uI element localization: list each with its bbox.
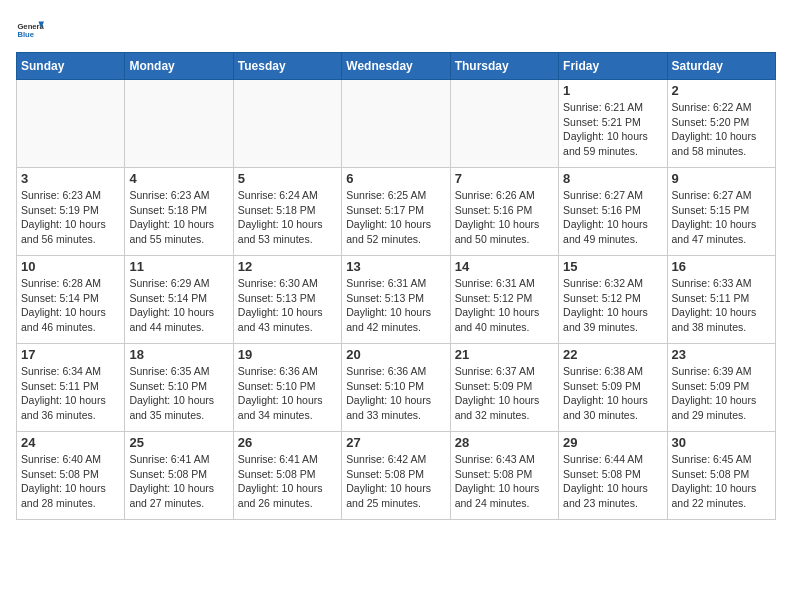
day-number: 7 xyxy=(455,171,554,186)
day-cell-13: 13Sunrise: 6:31 AM Sunset: 5:13 PM Dayli… xyxy=(342,256,450,344)
day-cell-14: 14Sunrise: 6:31 AM Sunset: 5:12 PM Dayli… xyxy=(450,256,558,344)
day-number: 14 xyxy=(455,259,554,274)
day-info: Sunrise: 6:22 AM Sunset: 5:20 PM Dayligh… xyxy=(672,100,771,159)
day-number: 20 xyxy=(346,347,445,362)
day-cell-4: 4Sunrise: 6:23 AM Sunset: 5:18 PM Daylig… xyxy=(125,168,233,256)
day-info: Sunrise: 6:27 AM Sunset: 5:15 PM Dayligh… xyxy=(672,188,771,247)
day-number: 4 xyxy=(129,171,228,186)
empty-cell xyxy=(233,80,341,168)
day-cell-6: 6Sunrise: 6:25 AM Sunset: 5:17 PM Daylig… xyxy=(342,168,450,256)
day-cell-11: 11Sunrise: 6:29 AM Sunset: 5:14 PM Dayli… xyxy=(125,256,233,344)
svg-text:Blue: Blue xyxy=(17,30,34,39)
day-cell-2: 2Sunrise: 6:22 AM Sunset: 5:20 PM Daylig… xyxy=(667,80,775,168)
day-cell-18: 18Sunrise: 6:35 AM Sunset: 5:10 PM Dayli… xyxy=(125,344,233,432)
day-cell-28: 28Sunrise: 6:43 AM Sunset: 5:08 PM Dayli… xyxy=(450,432,558,520)
empty-cell xyxy=(17,80,125,168)
day-info: Sunrise: 6:36 AM Sunset: 5:10 PM Dayligh… xyxy=(346,364,445,423)
day-info: Sunrise: 6:32 AM Sunset: 5:12 PM Dayligh… xyxy=(563,276,662,335)
day-number: 2 xyxy=(672,83,771,98)
day-cell-12: 12Sunrise: 6:30 AM Sunset: 5:13 PM Dayli… xyxy=(233,256,341,344)
day-number: 23 xyxy=(672,347,771,362)
day-info: Sunrise: 6:21 AM Sunset: 5:21 PM Dayligh… xyxy=(563,100,662,159)
day-info: Sunrise: 6:39 AM Sunset: 5:09 PM Dayligh… xyxy=(672,364,771,423)
day-number: 6 xyxy=(346,171,445,186)
day-number: 13 xyxy=(346,259,445,274)
weekday-header-tuesday: Tuesday xyxy=(233,53,341,80)
day-info: Sunrise: 6:41 AM Sunset: 5:08 PM Dayligh… xyxy=(129,452,228,511)
day-number: 11 xyxy=(129,259,228,274)
day-info: Sunrise: 6:34 AM Sunset: 5:11 PM Dayligh… xyxy=(21,364,120,423)
week-row-5: 24Sunrise: 6:40 AM Sunset: 5:08 PM Dayli… xyxy=(17,432,776,520)
day-cell-21: 21Sunrise: 6:37 AM Sunset: 5:09 PM Dayli… xyxy=(450,344,558,432)
day-cell-16: 16Sunrise: 6:33 AM Sunset: 5:11 PM Dayli… xyxy=(667,256,775,344)
day-number: 5 xyxy=(238,171,337,186)
day-info: Sunrise: 6:24 AM Sunset: 5:18 PM Dayligh… xyxy=(238,188,337,247)
day-cell-9: 9Sunrise: 6:27 AM Sunset: 5:15 PM Daylig… xyxy=(667,168,775,256)
day-number: 18 xyxy=(129,347,228,362)
day-cell-5: 5Sunrise: 6:24 AM Sunset: 5:18 PM Daylig… xyxy=(233,168,341,256)
day-info: Sunrise: 6:42 AM Sunset: 5:08 PM Dayligh… xyxy=(346,452,445,511)
weekday-header-saturday: Saturday xyxy=(667,53,775,80)
day-info: Sunrise: 6:43 AM Sunset: 5:08 PM Dayligh… xyxy=(455,452,554,511)
day-info: Sunrise: 6:27 AM Sunset: 5:16 PM Dayligh… xyxy=(563,188,662,247)
day-number: 10 xyxy=(21,259,120,274)
day-number: 19 xyxy=(238,347,337,362)
day-number: 8 xyxy=(563,171,662,186)
day-info: Sunrise: 6:38 AM Sunset: 5:09 PM Dayligh… xyxy=(563,364,662,423)
day-info: Sunrise: 6:23 AM Sunset: 5:19 PM Dayligh… xyxy=(21,188,120,247)
empty-cell xyxy=(125,80,233,168)
day-number: 28 xyxy=(455,435,554,450)
day-info: Sunrise: 6:40 AM Sunset: 5:08 PM Dayligh… xyxy=(21,452,120,511)
day-cell-22: 22Sunrise: 6:38 AM Sunset: 5:09 PM Dayli… xyxy=(559,344,667,432)
day-info: Sunrise: 6:30 AM Sunset: 5:13 PM Dayligh… xyxy=(238,276,337,335)
day-number: 29 xyxy=(563,435,662,450)
day-info: Sunrise: 6:28 AM Sunset: 5:14 PM Dayligh… xyxy=(21,276,120,335)
weekday-header-monday: Monday xyxy=(125,53,233,80)
day-number: 16 xyxy=(672,259,771,274)
day-info: Sunrise: 6:36 AM Sunset: 5:10 PM Dayligh… xyxy=(238,364,337,423)
day-info: Sunrise: 6:45 AM Sunset: 5:08 PM Dayligh… xyxy=(672,452,771,511)
day-cell-15: 15Sunrise: 6:32 AM Sunset: 5:12 PM Dayli… xyxy=(559,256,667,344)
day-info: Sunrise: 6:31 AM Sunset: 5:12 PM Dayligh… xyxy=(455,276,554,335)
week-row-4: 17Sunrise: 6:34 AM Sunset: 5:11 PM Dayli… xyxy=(17,344,776,432)
empty-cell xyxy=(450,80,558,168)
day-number: 3 xyxy=(21,171,120,186)
day-cell-29: 29Sunrise: 6:44 AM Sunset: 5:08 PM Dayli… xyxy=(559,432,667,520)
day-info: Sunrise: 6:41 AM Sunset: 5:08 PM Dayligh… xyxy=(238,452,337,511)
weekday-header-row: SundayMondayTuesdayWednesdayThursdayFrid… xyxy=(17,53,776,80)
day-cell-1: 1Sunrise: 6:21 AM Sunset: 5:21 PM Daylig… xyxy=(559,80,667,168)
day-info: Sunrise: 6:31 AM Sunset: 5:13 PM Dayligh… xyxy=(346,276,445,335)
day-info: Sunrise: 6:29 AM Sunset: 5:14 PM Dayligh… xyxy=(129,276,228,335)
day-number: 27 xyxy=(346,435,445,450)
logo: General Blue xyxy=(16,16,44,44)
empty-cell xyxy=(342,80,450,168)
day-cell-17: 17Sunrise: 6:34 AM Sunset: 5:11 PM Dayli… xyxy=(17,344,125,432)
day-cell-30: 30Sunrise: 6:45 AM Sunset: 5:08 PM Dayli… xyxy=(667,432,775,520)
day-number: 24 xyxy=(21,435,120,450)
day-cell-19: 19Sunrise: 6:36 AM Sunset: 5:10 PM Dayli… xyxy=(233,344,341,432)
day-number: 15 xyxy=(563,259,662,274)
weekday-header-wednesday: Wednesday xyxy=(342,53,450,80)
day-cell-26: 26Sunrise: 6:41 AM Sunset: 5:08 PM Dayli… xyxy=(233,432,341,520)
day-number: 22 xyxy=(563,347,662,362)
day-info: Sunrise: 6:26 AM Sunset: 5:16 PM Dayligh… xyxy=(455,188,554,247)
day-number: 9 xyxy=(672,171,771,186)
day-number: 12 xyxy=(238,259,337,274)
header: General Blue xyxy=(16,16,776,44)
weekday-header-sunday: Sunday xyxy=(17,53,125,80)
day-number: 21 xyxy=(455,347,554,362)
day-info: Sunrise: 6:35 AM Sunset: 5:10 PM Dayligh… xyxy=(129,364,228,423)
calendar-table: SundayMondayTuesdayWednesdayThursdayFrid… xyxy=(16,52,776,520)
day-number: 25 xyxy=(129,435,228,450)
week-row-3: 10Sunrise: 6:28 AM Sunset: 5:14 PM Dayli… xyxy=(17,256,776,344)
weekday-header-friday: Friday xyxy=(559,53,667,80)
week-row-2: 3Sunrise: 6:23 AM Sunset: 5:19 PM Daylig… xyxy=(17,168,776,256)
day-number: 26 xyxy=(238,435,337,450)
day-cell-23: 23Sunrise: 6:39 AM Sunset: 5:09 PM Dayli… xyxy=(667,344,775,432)
day-number: 17 xyxy=(21,347,120,362)
day-info: Sunrise: 6:25 AM Sunset: 5:17 PM Dayligh… xyxy=(346,188,445,247)
day-cell-8: 8Sunrise: 6:27 AM Sunset: 5:16 PM Daylig… xyxy=(559,168,667,256)
day-cell-27: 27Sunrise: 6:42 AM Sunset: 5:08 PM Dayli… xyxy=(342,432,450,520)
day-cell-25: 25Sunrise: 6:41 AM Sunset: 5:08 PM Dayli… xyxy=(125,432,233,520)
day-info: Sunrise: 6:23 AM Sunset: 5:18 PM Dayligh… xyxy=(129,188,228,247)
